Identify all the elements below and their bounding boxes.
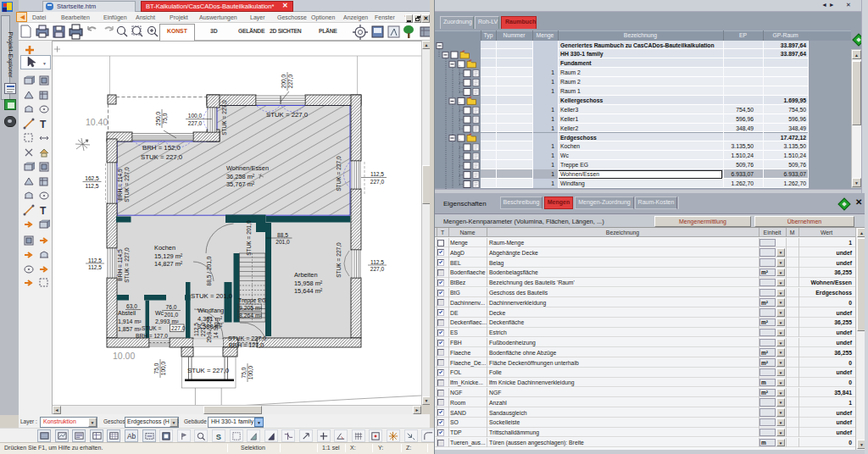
svg-text:76,0: 76,0 <box>166 304 177 310</box>
svg-text:STUK = 227,0: STUK = 227,0 <box>187 367 230 374</box>
svg-text:75,0: 75,0 <box>241 367 247 378</box>
svg-text:10.00: 10.00 <box>113 351 135 361</box>
svg-text:3,588 m²: 3,588 m² <box>198 323 223 330</box>
svg-text:BRH = 114,5: BRH = 114,5 <box>117 249 123 281</box>
svg-text:4,361 m²: 4,361 m² <box>198 315 223 323</box>
svg-text:88,5 / 201,0: 88,5 / 201,0 <box>206 256 212 285</box>
svg-text:STUK = 201,0: STUK = 201,0 <box>191 292 233 300</box>
svg-text:100,0: 100,0 <box>188 113 203 119</box>
svg-text:1,914 m²: 1,914 m² <box>118 318 142 324</box>
svg-text:112,5: 112,5 <box>370 259 384 265</box>
svg-text:201,0: 201,0 <box>164 312 179 318</box>
svg-text:T: T <box>40 119 47 130</box>
svg-text:250,0: 250,0 <box>155 111 161 125</box>
svg-text:100,0: 100,0 <box>160 361 166 375</box>
svg-text:9,205 m²: 9,205 m² <box>239 305 263 311</box>
svg-text:201,0: 201,0 <box>275 239 290 245</box>
svg-text:10.40: 10.40 <box>86 117 108 127</box>
svg-text:Wc: Wc <box>155 310 164 316</box>
svg-text:STUK = 227,0: STUK = 227,0 <box>336 156 342 191</box>
svg-text:STUK = 227,0: STUK = 227,0 <box>266 111 309 119</box>
svg-text:STUK = 227,0: STUK = 227,0 <box>124 247 130 283</box>
svg-text:STUK =: STUK = <box>142 325 161 331</box>
svg-text:227,0: 227,0 <box>370 266 385 272</box>
svg-text:36,258 m²: 36,258 m² <box>226 173 255 180</box>
svg-text:BRH = 114,5: BRH = 114,5 <box>117 169 123 201</box>
svg-text:35,767 m²: 35,767 m² <box>226 180 255 188</box>
svg-text:100,0: 100,0 <box>248 365 253 379</box>
svg-text:STUK = 201,0: STUK = 201,0 <box>246 220 252 256</box>
svg-text:112,5: 112,5 <box>85 183 98 189</box>
svg-text:8,264 m²: 8,264 m² <box>239 313 263 318</box>
svg-text:Windfang: Windfang <box>198 307 224 314</box>
svg-text:T: T <box>40 205 47 217</box>
svg-text:75,0: 75,0 <box>162 113 168 124</box>
svg-text:162,5: 162,5 <box>85 175 99 181</box>
svg-text:63,0: 63,0 <box>126 303 137 309</box>
svg-text:BRH = 127,0: BRH = 127,0 <box>136 333 168 339</box>
svg-text:2,993 m²: 2,993 m² <box>155 318 179 324</box>
svg-text:88,5: 88,5 <box>277 232 288 238</box>
svg-text:112,5: 112,5 <box>370 171 384 177</box>
svg-text:BRH = 127,0: BRH = 127,0 <box>229 341 264 349</box>
svg-text:Abstell: Abstell <box>118 310 136 316</box>
svg-text:Ab: Ab <box>127 432 136 440</box>
svg-text:14,827 m²: 14,827 m² <box>154 260 183 268</box>
svg-text:Treppe EG: Treppe EG <box>238 297 266 304</box>
svg-text:BRH = 152,0: BRH = 152,0 <box>142 144 181 152</box>
svg-text:STUK = 227,0: STUK = 227,0 <box>124 167 130 202</box>
svg-text:15,958 m²: 15,958 m² <box>294 280 323 287</box>
svg-text:75,0: 75,0 <box>153 363 159 374</box>
svg-text:112,5: 112,5 <box>88 264 102 270</box>
svg-text:STUK = 227,0: STUK = 227,0 <box>141 153 183 161</box>
svg-text:STUK = 227,0: STUK = 227,0 <box>336 242 342 278</box>
svg-text:227,0: 227,0 <box>287 74 293 88</box>
svg-text:Kochen: Kochen <box>154 244 175 252</box>
svg-text:Arbeiten: Arbeiten <box>294 271 318 279</box>
svg-text:227,0: 227,0 <box>188 120 203 126</box>
svg-text:15,644 m²: 15,644 m² <box>294 287 323 295</box>
svg-text:227,0: 227,0 <box>370 179 385 185</box>
svg-text:227,0: 227,0 <box>171 325 186 331</box>
svg-text:15,129 m²: 15,129 m² <box>154 252 183 260</box>
svg-text:Wohnen/Essen: Wohnen/Essen <box>226 164 269 172</box>
svg-text:112,5: 112,5 <box>88 257 102 263</box>
svg-text:1,857 m²: 1,857 m² <box>118 326 142 332</box>
svg-text:200,0: 200,0 <box>281 74 287 88</box>
svg-text:STUK = 227,0: STUK = 227,0 <box>221 100 227 136</box>
svg-text:S: S <box>216 432 221 440</box>
